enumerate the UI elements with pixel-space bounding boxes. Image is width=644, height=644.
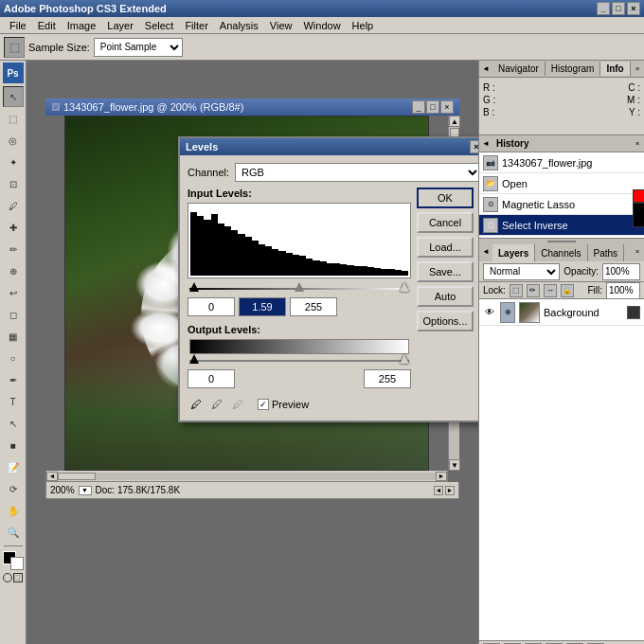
- dodge-tool[interactable]: ○: [3, 348, 24, 368]
- levels-left-panel: Input Levels:: [188, 188, 411, 413]
- auto-button[interactable]: Auto: [417, 286, 474, 307]
- fill-input[interactable]: [606, 282, 640, 299]
- channel-label: Channel:: [188, 167, 229, 178]
- menu-analysis[interactable]: Analysis: [214, 18, 264, 33]
- input-min-field[interactable]: [188, 297, 235, 316]
- gray-eyedropper[interactable]: 🖊: [208, 396, 225, 413]
- scroll-down-button[interactable]: ▼: [449, 459, 460, 471]
- zoom-menu-button[interactable]: ▼: [79, 486, 92, 495]
- preview-checkbox[interactable]: ✓: [258, 399, 269, 410]
- close-button[interactable]: ×: [627, 2, 640, 15]
- input-mid-slider[interactable]: [295, 282, 304, 292]
- input-mid-field[interactable]: [239, 297, 286, 316]
- marquee-tool[interactable]: ⬚: [3, 108, 24, 129]
- menu-filter[interactable]: Filter: [179, 18, 213, 33]
- blend-mode-select[interactable]: Normal Multiply Screen: [483, 263, 560, 280]
- move-tool[interactable]: ↖: [3, 86, 24, 107]
- menu-layer[interactable]: Layer: [101, 18, 139, 33]
- history-close-btn[interactable]: ×: [631, 137, 644, 151]
- opacity-input[interactable]: [602, 263, 640, 280]
- heal-tool[interactable]: ✚: [3, 217, 24, 238]
- scroll-right-button[interactable]: ►: [436, 472, 447, 481]
- output-white-slider[interactable]: [400, 354, 409, 364]
- canvas-minimize[interactable]: _: [412, 100, 425, 114]
- lock-transparent-btn[interactable]: ⬚: [510, 284, 523, 297]
- menu-view[interactable]: View: [264, 18, 298, 33]
- output-min-field[interactable]: [188, 369, 235, 388]
- lock-position-btn[interactable]: ↔: [544, 284, 557, 297]
- crop-tool[interactable]: ⊡: [3, 173, 24, 194]
- maximize-button[interactable]: □: [612, 2, 625, 15]
- tab-navigator[interactable]: Navigator: [492, 62, 546, 76]
- channel-select[interactable]: RGB Red Green Blue: [235, 163, 478, 182]
- tab-histogram[interactable]: Histogram: [546, 62, 601, 76]
- layer-background[interactable]: 👁 ⊕ Background: [479, 299, 644, 326]
- scroll-up-button[interactable]: ▲: [449, 116, 460, 127]
- layers-collapse-btn[interactable]: ◄: [479, 244, 492, 258]
- menu-image[interactable]: Image: [62, 18, 102, 33]
- h-scroll-thumb[interactable]: [58, 473, 96, 480]
- minimize-button[interactable]: _: [597, 2, 610, 15]
- options-button[interactable]: Options...: [417, 311, 474, 331]
- nav-collapse-btn[interactable]: ◄: [479, 63, 492, 76]
- white-eyedropper[interactable]: 🖊: [229, 396, 246, 413]
- ok-button[interactable]: OK: [417, 188, 474, 208]
- canvas-maximize[interactable]: □: [426, 100, 439, 114]
- load-button[interactable]: Load...: [417, 237, 474, 258]
- lock-all-btn[interactable]: 🔒: [561, 284, 574, 297]
- hand-tool[interactable]: ✋: [3, 500, 24, 521]
- cancel-button[interactable]: Cancel: [417, 212, 474, 233]
- menu-window[interactable]: Window: [297, 18, 346, 33]
- input-max-field[interactable]: [290, 297, 337, 316]
- 3d-rotate[interactable]: ⟳: [3, 478, 24, 499]
- menu-help[interactable]: Help: [347, 18, 380, 33]
- history-item-open[interactable]: 📂 Open: [479, 173, 644, 194]
- history-item-lasso[interactable]: ⊙ Magnetic Lasso: [479, 194, 644, 215]
- black-eyedropper[interactable]: 🖊: [188, 396, 205, 413]
- output-black-slider[interactable]: [189, 354, 199, 364]
- sample-size-dropdown[interactable]: Point Sample 3 by 3 Average 5 by 5 Avera…: [94, 38, 183, 57]
- selection-tool-button[interactable]: ⬚: [4, 37, 25, 58]
- shape-tool[interactable]: ■: [3, 435, 24, 456]
- layer-lock-icon: [627, 306, 640, 319]
- magic-wand-tool[interactable]: ✦: [3, 152, 24, 172]
- fg-bg-color[interactable]: [3, 551, 24, 570]
- canvas-close[interactable]: ×: [440, 100, 454, 114]
- canvas-next-button[interactable]: ►: [445, 486, 455, 495]
- tab-layers[interactable]: Layers: [492, 244, 535, 261]
- levels-close-button[interactable]: ×: [470, 140, 478, 153]
- brush-tool[interactable]: ✏: [3, 239, 24, 259]
- history-item-select-inverse[interactable]: ◻ Select Inverse: [479, 215, 644, 236]
- tab-paths[interactable]: Paths: [588, 244, 625, 261]
- lock-image-btn[interactable]: ✏: [527, 284, 540, 297]
- tab-info[interactable]: Info: [600, 62, 630, 76]
- canvas-prev-button[interactable]: ◄: [434, 486, 443, 495]
- eyedropper-tool[interactable]: 🖊: [3, 195, 24, 216]
- layers-close-btn[interactable]: ×: [631, 244, 644, 258]
- layers-lock-row: Lock: ⬚ ✏ ↔ 🔒 Fill:: [479, 282, 644, 299]
- input-black-slider[interactable]: [189, 282, 199, 292]
- menu-select[interactable]: Select: [139, 18, 180, 33]
- menu-file[interactable]: File: [4, 18, 32, 33]
- history-collapse-btn[interactable]: ◄: [479, 137, 492, 151]
- type-tool[interactable]: T: [3, 391, 24, 412]
- tab-channels[interactable]: Channels: [535, 244, 587, 261]
- pen-tool[interactable]: ✒: [3, 369, 24, 390]
- path-selection[interactable]: ↖: [3, 413, 24, 434]
- background-color[interactable]: [10, 557, 24, 570]
- history-brush[interactable]: ↩: [3, 282, 24, 303]
- scroll-left-button[interactable]: ◄: [46, 472, 58, 481]
- nav-close-btn[interactable]: ×: [631, 63, 644, 76]
- eraser-tool[interactable]: ◻: [3, 304, 24, 325]
- zoom-tool[interactable]: 🔍: [3, 522, 24, 543]
- clone-tool[interactable]: ⊕: [3, 260, 24, 281]
- gradient-tool[interactable]: ▦: [3, 326, 24, 347]
- input-white-slider[interactable]: [400, 282, 409, 292]
- history-item-open-photo[interactable]: 📷 1343067_flower.jpg: [479, 152, 644, 173]
- save-button[interactable]: Save...: [417, 261, 474, 282]
- notes-tool[interactable]: 📝: [3, 456, 24, 477]
- output-max-field[interactable]: [364, 369, 411, 388]
- layer-visibility-btn[interactable]: 👁: [483, 306, 496, 319]
- lasso-tool[interactable]: ◎: [3, 130, 24, 151]
- menu-edit[interactable]: Edit: [32, 18, 62, 33]
